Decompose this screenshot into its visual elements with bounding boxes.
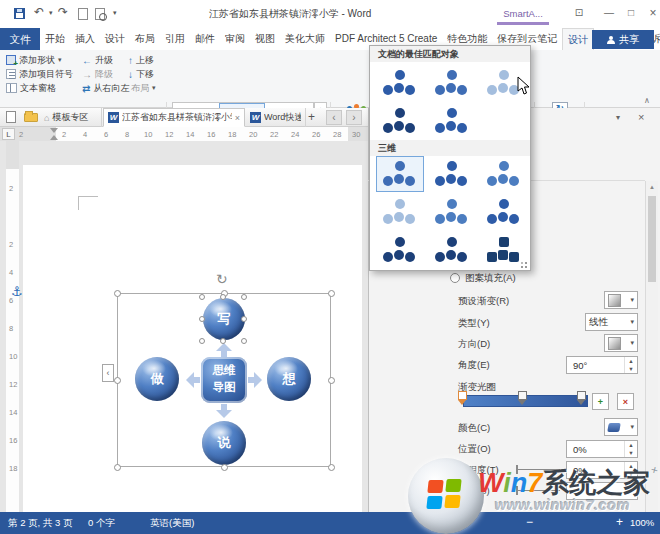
style-thumbnail-intense-effect[interactable] xyxy=(428,103,476,139)
shape-handle[interactable] xyxy=(199,338,205,344)
preset-gradients-dropdown[interactable]: ▾ xyxy=(604,291,638,309)
first-line-indent-marker[interactable] xyxy=(50,128,58,133)
right-to-left-button[interactable]: ⇄从右向左 xyxy=(82,81,129,95)
style-thumbnail-white-outline[interactable] xyxy=(428,65,476,101)
language-indicator[interactable]: 英语(美国) xyxy=(150,517,194,530)
resize-handle[interactable] xyxy=(328,377,335,384)
tab-file[interactable]: 文件 xyxy=(0,28,40,50)
add-bullet-button[interactable]: 添加项目符号 xyxy=(6,67,73,81)
resize-handle[interactable] xyxy=(328,290,335,297)
zoom-out-icon[interactable]: − xyxy=(526,515,533,529)
shape-handle[interactable] xyxy=(241,316,247,322)
resize-handle[interactable] xyxy=(114,464,121,471)
word-count[interactable]: 0 个字 xyxy=(88,517,115,530)
tab-smartart-design[interactable]: 设计 xyxy=(562,28,594,50)
close-icon[interactable]: × xyxy=(644,4,660,22)
pane-close-icon[interactable]: × xyxy=(638,111,644,123)
pane-options-caret-icon[interactable]: ▾ xyxy=(616,113,620,122)
style-thumbnail-simple-fill[interactable] xyxy=(376,65,424,101)
resize-handle[interactable] xyxy=(114,290,121,297)
style-thumbnail-3d-flat[interactable] xyxy=(480,194,528,230)
save-icon[interactable] xyxy=(14,8,25,19)
gradient-stop[interactable] xyxy=(518,391,527,400)
tab-references[interactable]: 引用 xyxy=(160,28,190,50)
redo-icon[interactable]: ↷ xyxy=(58,5,68,19)
rotate-handle-icon[interactable]: ↻ xyxy=(216,271,228,287)
tab-beautify-master[interactable]: 美化大师 xyxy=(280,28,330,50)
tab-stop-selector[interactable]: L xyxy=(2,128,15,140)
style-thumbnail-3d-powder[interactable] xyxy=(376,194,424,230)
transparency-slider[interactable] xyxy=(518,469,560,470)
smartart-node-center[interactable]: 思维导图 xyxy=(201,357,247,403)
style-thumbnail-3d-metallic[interactable] xyxy=(376,232,424,268)
tab-view[interactable]: 视图 xyxy=(250,28,280,50)
shape-handle[interactable] xyxy=(241,294,247,300)
smartart-node-top[interactable]: 写 xyxy=(203,298,245,340)
scrollbar-thumb[interactable] xyxy=(648,196,656,282)
close-tab-icon[interactable]: × xyxy=(235,113,240,123)
pattern-fill-radio[interactable] xyxy=(450,273,460,283)
tab-scroll-left-icon[interactable]: ‹ xyxy=(326,110,342,125)
new-doc-tab-plus-icon[interactable]: + xyxy=(308,110,315,124)
tab-scroll-right-icon[interactable]: › xyxy=(346,110,362,125)
type-dropdown[interactable]: 线性▾ xyxy=(585,313,638,331)
tab-mailings[interactable]: 邮件 xyxy=(190,28,220,50)
zoom-level[interactable]: 100% xyxy=(630,517,654,528)
gradient-stop[interactable] xyxy=(577,391,586,400)
undo-icon[interactable]: ↶ xyxy=(34,5,44,19)
print-preview-icon[interactable] xyxy=(95,8,105,20)
doc-tab-template-zone[interactable]: ⌂模板专区 xyxy=(40,108,102,127)
brightness-spinner[interactable] xyxy=(566,482,638,500)
new-document-icon[interactable] xyxy=(78,8,88,20)
vertical-ruler[interactable]: 2 2 4 6 8 10 12 14 16 18 xyxy=(6,141,19,512)
promote-button[interactable]: ←升级 xyxy=(82,53,113,67)
style-thumbnail-3d-sunset[interactable] xyxy=(428,232,476,268)
zoom-in-icon[interactable]: + xyxy=(616,515,623,529)
style-thumbnail-3d-cartoon[interactable] xyxy=(480,156,528,192)
direction-dropdown[interactable]: ▾ xyxy=(604,334,638,352)
smartart-node-left[interactable]: 做 xyxy=(135,357,179,401)
layout-button[interactable]: 布局▾ xyxy=(131,81,156,95)
minimize-icon[interactable]: — xyxy=(600,4,618,22)
collapse-ribbon-icon[interactable]: ∧ xyxy=(644,96,650,105)
smartart-text-pane-toggle[interactable]: ‹ xyxy=(102,364,114,382)
maximize-icon[interactable]: □ xyxy=(622,4,640,22)
doc-tab-other[interactable]: WWord快速... xyxy=(246,108,306,127)
resize-handle[interactable] xyxy=(328,464,335,471)
style-thumbnail-moderate-effect[interactable] xyxy=(376,103,424,139)
shape-handle[interactable] xyxy=(220,338,226,344)
position-spinner[interactable]: 0%▲▼ xyxy=(566,440,638,458)
qat-customize-icon[interactable]: ▾ xyxy=(113,9,117,17)
tab-review[interactable]: 审阅 xyxy=(220,28,250,50)
color-dropdown[interactable]: ▾ xyxy=(604,418,638,436)
gradient-stop-selected[interactable] xyxy=(458,391,467,400)
add-shape-button[interactable]: 添加形状▾ xyxy=(6,53,62,67)
new-tab-icon[interactable] xyxy=(6,111,16,123)
share-button[interactable]: 共享 xyxy=(592,30,654,49)
shape-handle[interactable] xyxy=(199,316,205,322)
resize-handle[interactable] xyxy=(114,377,121,384)
horizontal-ruler[interactable]: L 2 2 4 6 8 10 12 14 16 18 20 22 24 26 2… xyxy=(0,127,368,141)
resize-handle[interactable] xyxy=(221,464,228,471)
hanging-indent-marker[interactable] xyxy=(50,135,58,140)
tab-layout[interactable]: 布局 xyxy=(130,28,160,50)
text-pane-button[interactable]: 文本窗格 xyxy=(6,81,56,95)
move-down-button[interactable]: ↓下移 xyxy=(128,67,154,81)
transparency-spinner[interactable]: 0%▲▼ xyxy=(566,461,638,479)
shape-handle[interactable] xyxy=(199,294,205,300)
move-up-button[interactable]: ↑上移 xyxy=(128,53,154,67)
ribbon-display-options-icon[interactable]: ⊡ xyxy=(570,4,588,22)
shape-handle[interactable] xyxy=(220,294,226,300)
undo-dropdown-icon[interactable]: ▾ xyxy=(49,9,53,17)
demote-button[interactable]: →降级 xyxy=(82,67,113,81)
add-gradient-stop-button[interactable]: + xyxy=(592,393,609,410)
shape-handle[interactable] xyxy=(241,338,247,344)
pane-scrollbar[interactable]: ▲ xyxy=(645,181,658,512)
angle-spinner[interactable]: 90°▲▼ xyxy=(566,356,638,374)
doc-tab-active[interactable]: W江苏省如东县栟茶镇浒澪小学× xyxy=(103,108,245,127)
tab-home[interactable]: 开始 xyxy=(40,28,70,50)
brightness-slider[interactable] xyxy=(518,490,560,491)
smartart-node-bottom[interactable]: 说 xyxy=(202,421,246,465)
remove-gradient-stop-button[interactable]: × xyxy=(617,393,634,410)
scroll-up-icon[interactable]: ▲ xyxy=(646,181,658,194)
